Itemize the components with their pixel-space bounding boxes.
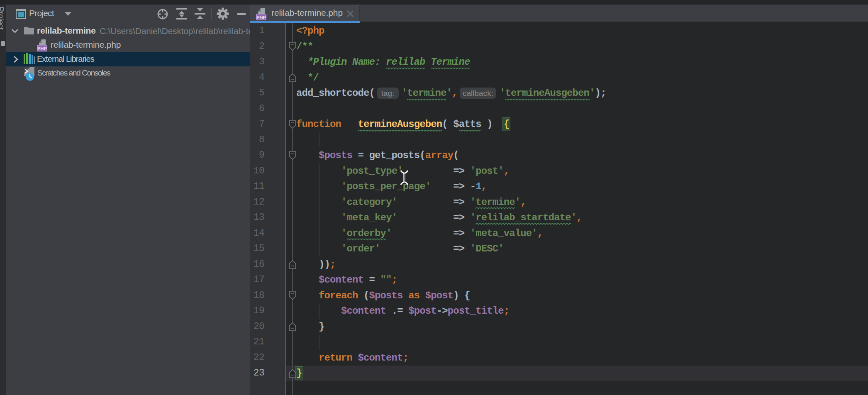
svg-text:PHP: PHP [256,15,266,20]
svg-text:PHP: PHP [37,46,47,51]
